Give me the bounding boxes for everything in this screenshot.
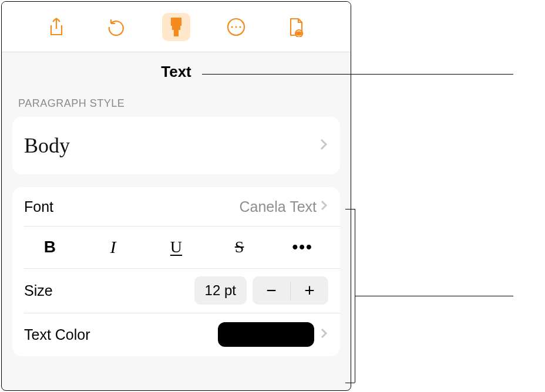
document-view-icon — [287, 17, 305, 37]
chevron-right-icon — [319, 137, 328, 154]
size-value[interactable]: 12 pt — [194, 276, 247, 305]
content-area: Paragraph Style Body Font Canela Text B — [2, 93, 351, 356]
more-circle-icon — [226, 17, 246, 37]
callout-title-line — [202, 74, 513, 75]
more-button[interactable] — [222, 13, 250, 41]
brush-icon — [166, 16, 186, 38]
strikethrough-button[interactable]: S — [222, 235, 257, 259]
size-label: Size — [24, 282, 53, 299]
undo-icon — [106, 17, 126, 37]
chevron-right-icon — [320, 200, 328, 214]
size-increase-button[interactable]: + — [291, 276, 328, 305]
italic-button[interactable]: I — [95, 235, 130, 259]
undo-button[interactable] — [102, 13, 130, 41]
chevron-right-icon — [320, 327, 328, 342]
format-panel: Text Paragraph Style Body Font Canela Te… — [1, 1, 351, 391]
text-color-swatch[interactable] — [218, 322, 314, 347]
style-more-button[interactable]: ••• — [285, 235, 320, 259]
size-decrease-button[interactable]: − — [253, 276, 290, 305]
size-stepper: − + — [253, 276, 328, 305]
paragraph-style-card: Body — [12, 117, 340, 174]
svg-point-1 — [231, 26, 233, 28]
share-icon — [48, 17, 65, 37]
paragraph-style-value: Body — [24, 133, 70, 158]
svg-point-3 — [239, 26, 241, 28]
font-row[interactable]: Font Canela Text — [12, 187, 340, 226]
font-value: Canela Text — [239, 198, 317, 215]
panel-title: Text — [2, 52, 351, 93]
font-card: Font Canela Text B I U S ••• Size 12 pt — [12, 187, 340, 356]
text-color-label: Text Color — [24, 326, 90, 343]
size-row: Size 12 pt − + — [12, 268, 340, 313]
text-color-row[interactable]: Text Color — [12, 313, 340, 356]
toolbar — [2, 2, 351, 52]
format-button[interactable] — [162, 13, 190, 41]
underline-button[interactable]: U — [159, 235, 194, 259]
paragraph-style-row[interactable]: Body — [12, 117, 340, 174]
style-buttons-row: B I U S ••• — [12, 226, 340, 268]
document-view-button[interactable] — [282, 13, 310, 41]
svg-point-2 — [235, 26, 237, 28]
share-button[interactable] — [42, 13, 70, 41]
paragraph-style-header: Paragraph Style — [12, 93, 340, 117]
bold-button[interactable]: B — [32, 235, 68, 259]
font-label: Font — [24, 198, 53, 215]
